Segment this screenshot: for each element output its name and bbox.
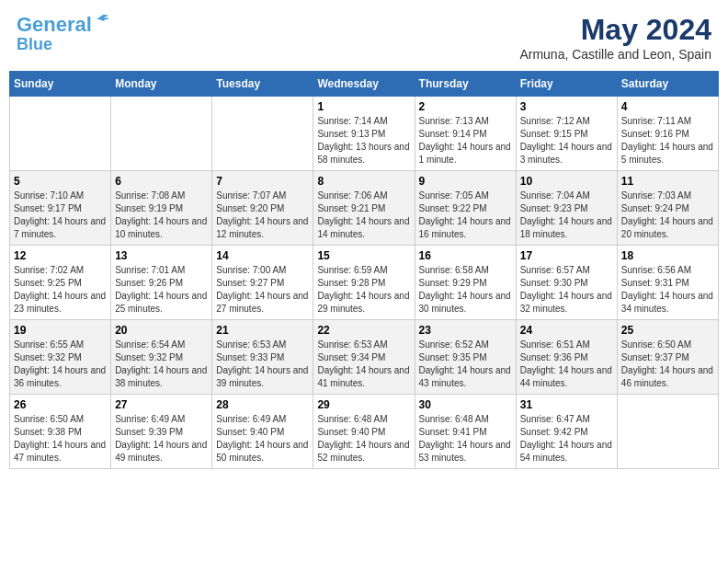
calendar-cell: 9Sunrise: 7:05 AMSunset: 9:22 PMDaylight… xyxy=(415,171,516,246)
day-number: 1 xyxy=(317,100,410,113)
location-subtitle: Armuna, Castille and Leon, Spain xyxy=(519,47,711,62)
day-number: 5 xyxy=(14,175,107,188)
day-info: Sunrise: 7:14 AMSunset: 9:13 PMDaylight:… xyxy=(317,115,410,167)
calendar-cell xyxy=(111,97,212,171)
calendar-cell: 29Sunrise: 6:48 AMSunset: 9:40 PMDayligh… xyxy=(313,395,415,469)
day-number: 27 xyxy=(115,398,208,411)
day-number: 30 xyxy=(419,398,512,411)
day-number: 18 xyxy=(621,249,714,262)
day-number: 23 xyxy=(419,324,512,337)
day-info: Sunrise: 6:50 AMSunset: 9:38 PMDaylight:… xyxy=(14,413,107,465)
day-number: 28 xyxy=(216,398,309,411)
calendar-week-1: 1Sunrise: 7:14 AMSunset: 9:13 PMDaylight… xyxy=(10,97,719,171)
logo-blue: Blue xyxy=(17,36,110,54)
calendar-cell: 31Sunrise: 6:47 AMSunset: 9:42 PMDayligh… xyxy=(516,395,617,469)
logo-bird-icon xyxy=(94,13,110,29)
calendar-cell: 18Sunrise: 6:56 AMSunset: 9:31 PMDayligh… xyxy=(617,246,718,320)
day-info: Sunrise: 7:05 AMSunset: 9:22 PMDaylight:… xyxy=(419,190,512,241)
calendar-cell: 28Sunrise: 6:49 AMSunset: 9:40 PMDayligh… xyxy=(212,395,313,469)
day-info: Sunrise: 7:06 AMSunset: 9:21 PMDaylight:… xyxy=(317,190,410,241)
day-of-week-tuesday: Tuesday xyxy=(212,72,313,97)
day-of-week-saturday: Saturday xyxy=(617,72,718,97)
day-info: Sunrise: 6:54 AMSunset: 9:32 PMDaylight:… xyxy=(115,339,208,390)
calendar-cell: 26Sunrise: 6:50 AMSunset: 9:38 PMDayligh… xyxy=(10,395,111,469)
day-info: Sunrise: 7:11 AMSunset: 9:16 PMDaylight:… xyxy=(621,115,714,167)
day-number: 13 xyxy=(115,249,208,262)
calendar-week-3: 12Sunrise: 7:02 AMSunset: 9:25 PMDayligh… xyxy=(10,246,719,320)
day-info: Sunrise: 6:58 AMSunset: 9:29 PMDaylight:… xyxy=(419,264,512,316)
day-info: Sunrise: 7:04 AMSunset: 9:23 PMDaylight:… xyxy=(520,190,613,241)
calendar-table: SundayMondayTuesdayWednesdayThursdayFrid… xyxy=(9,71,719,469)
calendar-cell: 7Sunrise: 7:07 AMSunset: 9:20 PMDaylight… xyxy=(212,171,313,246)
day-number: 16 xyxy=(419,249,512,262)
day-info: Sunrise: 7:00 AMSunset: 9:27 PMDaylight:… xyxy=(216,264,309,316)
calendar-cell: 20Sunrise: 6:54 AMSunset: 9:32 PMDayligh… xyxy=(111,320,212,395)
day-number: 14 xyxy=(216,249,309,262)
calendar-cell: 2Sunrise: 7:13 AMSunset: 9:14 PMDaylight… xyxy=(415,97,516,171)
day-number: 22 xyxy=(317,324,410,337)
calendar-cell: 3Sunrise: 7:12 AMSunset: 9:15 PMDaylight… xyxy=(516,97,617,171)
day-info: Sunrise: 6:56 AMSunset: 9:31 PMDaylight:… xyxy=(621,264,714,316)
day-of-week-thursday: Thursday xyxy=(415,72,516,97)
day-info: Sunrise: 6:51 AMSunset: 9:36 PMDaylight:… xyxy=(520,339,613,390)
day-number: 31 xyxy=(520,398,613,411)
calendar-cell: 10Sunrise: 7:04 AMSunset: 9:23 PMDayligh… xyxy=(516,171,617,246)
day-number: 7 xyxy=(216,175,309,188)
title-block: May 2024 Armuna, Castille and Leon, Spai… xyxy=(519,13,711,62)
day-info: Sunrise: 7:07 AMSunset: 9:20 PMDaylight:… xyxy=(216,190,309,241)
day-number: 12 xyxy=(14,249,107,262)
day-info: Sunrise: 7:02 AMSunset: 9:25 PMDaylight:… xyxy=(14,264,107,316)
day-number: 15 xyxy=(317,249,410,262)
day-number: 2 xyxy=(419,100,512,113)
day-info: Sunrise: 7:08 AMSunset: 9:19 PMDaylight:… xyxy=(115,190,208,241)
day-number: 3 xyxy=(520,100,613,113)
calendar-week-2: 5Sunrise: 7:10 AMSunset: 9:17 PMDaylight… xyxy=(10,171,719,246)
calendar-week-4: 19Sunrise: 6:55 AMSunset: 9:32 PMDayligh… xyxy=(10,320,719,395)
month-title: May 2024 xyxy=(519,13,711,47)
calendar-cell: 8Sunrise: 7:06 AMSunset: 9:21 PMDaylight… xyxy=(313,171,415,246)
calendar-cell: 22Sunrise: 6:53 AMSunset: 9:34 PMDayligh… xyxy=(313,320,415,395)
days-of-week-row: SundayMondayTuesdayWednesdayThursdayFrid… xyxy=(10,72,719,97)
calendar-cell: 15Sunrise: 6:59 AMSunset: 9:28 PMDayligh… xyxy=(313,246,415,320)
calendar-cell: 19Sunrise: 6:55 AMSunset: 9:32 PMDayligh… xyxy=(10,320,111,395)
day-number: 11 xyxy=(621,175,714,188)
day-info: Sunrise: 6:47 AMSunset: 9:42 PMDaylight:… xyxy=(520,413,613,465)
day-number: 9 xyxy=(419,175,512,188)
day-info: Sunrise: 6:49 AMSunset: 9:40 PMDaylight:… xyxy=(216,413,309,465)
day-of-week-wednesday: Wednesday xyxy=(313,72,415,97)
day-info: Sunrise: 6:53 AMSunset: 9:34 PMDaylight:… xyxy=(317,339,410,390)
calendar-cell: 14Sunrise: 7:00 AMSunset: 9:27 PMDayligh… xyxy=(212,246,313,320)
day-info: Sunrise: 7:10 AMSunset: 9:17 PMDaylight:… xyxy=(14,190,107,241)
day-info: Sunrise: 6:48 AMSunset: 9:41 PMDaylight:… xyxy=(419,413,512,465)
calendar-cell: 13Sunrise: 7:01 AMSunset: 9:26 PMDayligh… xyxy=(111,246,212,320)
day-number: 25 xyxy=(621,324,714,337)
calendar-cell xyxy=(10,97,111,171)
calendar-week-5: 26Sunrise: 6:50 AMSunset: 9:38 PMDayligh… xyxy=(10,395,719,469)
day-info: Sunrise: 6:48 AMSunset: 9:40 PMDaylight:… xyxy=(317,413,410,465)
day-number: 20 xyxy=(115,324,208,337)
day-number: 19 xyxy=(14,324,107,337)
day-info: Sunrise: 7:01 AMSunset: 9:26 PMDaylight:… xyxy=(115,264,208,316)
calendar-cell: 21Sunrise: 6:53 AMSunset: 9:33 PMDayligh… xyxy=(212,320,313,395)
day-number: 10 xyxy=(520,175,613,188)
day-number: 6 xyxy=(115,175,208,188)
day-number: 8 xyxy=(317,175,410,188)
day-info: Sunrise: 6:49 AMSunset: 9:39 PMDaylight:… xyxy=(115,413,208,465)
calendar-header: SundayMondayTuesdayWednesdayThursdayFrid… xyxy=(10,72,719,97)
day-info: Sunrise: 6:50 AMSunset: 9:37 PMDaylight:… xyxy=(621,339,714,390)
day-info: Sunrise: 6:55 AMSunset: 9:32 PMDaylight:… xyxy=(14,339,107,390)
calendar-cell: 4Sunrise: 7:11 AMSunset: 9:16 PMDaylight… xyxy=(617,97,718,171)
logo: General Blue xyxy=(17,13,110,54)
page-header: General Blue May 2024 Armuna, Castille a… xyxy=(9,9,719,65)
day-number: 29 xyxy=(317,398,410,411)
calendar-cell: 11Sunrise: 7:03 AMSunset: 9:24 PMDayligh… xyxy=(617,171,718,246)
calendar-cell: 16Sunrise: 6:58 AMSunset: 9:29 PMDayligh… xyxy=(415,246,516,320)
calendar-cell: 1Sunrise: 7:14 AMSunset: 9:13 PMDaylight… xyxy=(313,97,415,171)
calendar-cell: 12Sunrise: 7:02 AMSunset: 9:25 PMDayligh… xyxy=(10,246,111,320)
calendar-cell: 17Sunrise: 6:57 AMSunset: 9:30 PMDayligh… xyxy=(516,246,617,320)
calendar-cell: 5Sunrise: 7:10 AMSunset: 9:17 PMDaylight… xyxy=(10,171,111,246)
day-number: 26 xyxy=(14,398,107,411)
calendar-cell: 30Sunrise: 6:48 AMSunset: 9:41 PMDayligh… xyxy=(415,395,516,469)
calendar-cell: 25Sunrise: 6:50 AMSunset: 9:37 PMDayligh… xyxy=(617,320,718,395)
calendar-body: 1Sunrise: 7:14 AMSunset: 9:13 PMDaylight… xyxy=(10,97,719,469)
